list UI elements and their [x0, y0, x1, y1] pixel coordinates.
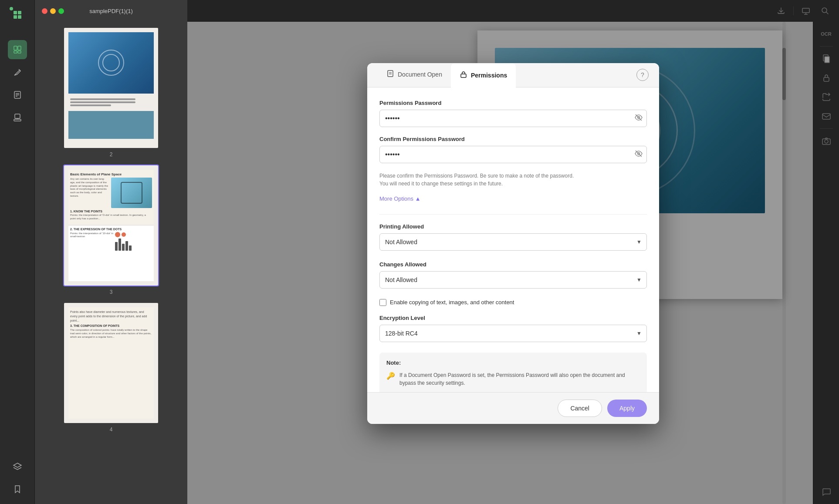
- cancel-button[interactable]: Cancel: [558, 400, 602, 417]
- encryption-level-wrapper: 128-bit RC4 128-bit AES 256-bit AES ▼: [379, 325, 647, 342]
- thumbnail-image-3[interactable]: Basic Elements of Plane Space Any set co…: [63, 165, 159, 286]
- enable-copying-row: Enable copying of text, images, and othe…: [379, 299, 647, 306]
- thumbnail-panel: samplePDF(1)(1) 2: [35, 0, 187, 504]
- printing-allowed-select[interactable]: Not Allowed Low Resolution High Resoluti…: [379, 233, 647, 251]
- svg-rect-31: [461, 74, 466, 77]
- printing-allowed-wrapper: Not Allowed Low Resolution High Resoluti…: [379, 233, 647, 251]
- sidebar-icon-thumbnails[interactable]: [8, 5, 27, 24]
- svg-rect-4: [14, 46, 17, 50]
- tab-document-open-label: Document Open: [398, 71, 442, 78]
- svg-rect-13: [14, 119, 21, 121]
- confirm-password-toggle-icon[interactable]: [635, 150, 643, 159]
- tab-document-open[interactable]: Document Open: [378, 63, 451, 87]
- help-icon: ?: [641, 71, 644, 78]
- sidebar-icon-pen[interactable]: [8, 63, 27, 82]
- note-title: Note:: [386, 360, 640, 366]
- main-content: nly has a position, hape, color, and ain…: [187, 0, 839, 504]
- thumbnail-number-2: 2: [110, 151, 113, 158]
- thumbnail-number-4: 4: [110, 427, 113, 433]
- changes-allowed-wrapper: Not Allowed Inserting, deleting, and rot…: [379, 271, 647, 289]
- enable-copying-label[interactable]: Enable copying of text, images, and othe…: [390, 299, 514, 306]
- changes-allowed-label: Changes Allowed: [379, 261, 647, 268]
- thumbnail-image-2[interactable]: [63, 27, 159, 149]
- dialog-header: Document Open Permissions ?: [367, 63, 659, 87]
- printing-allowed-label: Printing Allowed: [379, 223, 647, 230]
- password-toggle-icon[interactable]: [635, 114, 643, 123]
- thumbnail-item-3[interactable]: Basic Elements of Plane Space Any set co…: [40, 165, 182, 295]
- permissions-tab-icon: [460, 71, 467, 80]
- thumbnail-item-2[interactable]: 2: [40, 27, 182, 158]
- sidebar-icon-stamp[interactable]: [8, 108, 27, 127]
- confirm-password-label: Confirm Permissions Password: [379, 136, 647, 142]
- svg-rect-5: [18, 46, 21, 50]
- thumbnail-number-3: 3: [110, 289, 113, 295]
- document-open-tab-icon: [386, 70, 394, 79]
- svg-rect-1: [18, 11, 21, 14]
- thumbnail-titlebar: samplePDF(1)(1): [35, 0, 187, 22]
- svg-rect-6: [14, 51, 17, 53]
- key-icon: 🔑: [386, 372, 395, 380]
- thumbnails-list[interactable]: 2 Basic Elements of Plane Space Any set …: [35, 22, 187, 504]
- dialog-body: Permissions Password Confirm Permissions…: [367, 87, 659, 392]
- apply-button[interactable]: Apply: [607, 400, 647, 417]
- dialog-footer: Cancel Apply: [367, 392, 659, 424]
- sidebar-icon-bookmark[interactable]: [8, 480, 27, 499]
- svg-rect-7: [18, 51, 21, 53]
- svg-rect-0: [14, 11, 17, 14]
- svg-rect-3: [18, 15, 21, 19]
- note-section: Note: 🔑 If a Document Open Password is s…: [379, 353, 647, 392]
- svg-rect-28: [388, 71, 393, 77]
- hint-text: Please confirm the Permissions Password.…: [379, 172, 647, 188]
- changes-allowed-select[interactable]: Not Allowed Inserting, deleting, and rot…: [379, 271, 647, 289]
- lock-note-icon: 🔒: [386, 392, 395, 392]
- close-button[interactable]: [42, 8, 47, 14]
- dialog-overlay: Document Open Permissions ?: [187, 0, 839, 504]
- more-options-link[interactable]: More Options ▲: [379, 195, 421, 202]
- app-sidebar: [0, 0, 35, 504]
- window-title: samplePDF(1)(1): [89, 8, 133, 14]
- note-item-1: 🔑 If a Document Open Password is set, th…: [386, 371, 640, 387]
- note2-text: Security settings will not be applied to…: [399, 391, 640, 392]
- permissions-password-input[interactable]: [379, 110, 647, 127]
- traffic-lights: [42, 8, 64, 14]
- confirm-password-section: Confirm Permissions Password: [379, 136, 647, 163]
- permissions-password-field: [379, 110, 647, 127]
- confirm-password-field: [379, 146, 647, 163]
- sidebar-icon-notes[interactable]: [8, 85, 27, 104]
- section-divider-1: [379, 214, 647, 215]
- note1-text: If a Document Open Password is set, the …: [399, 371, 640, 387]
- svg-rect-12: [15, 114, 20, 118]
- svg-rect-2: [14, 15, 17, 19]
- tab-permissions-label: Permissions: [471, 72, 507, 79]
- tab-permissions[interactable]: Permissions: [451, 64, 516, 88]
- minimize-button[interactable]: [50, 8, 56, 14]
- sidebar-icon-active[interactable]: [8, 40, 27, 59]
- sidebar-icon-layers[interactable]: [8, 457, 27, 476]
- help-button[interactable]: ?: [636, 69, 649, 81]
- permissions-password-label: Permissions Password: [379, 100, 647, 106]
- note-item-2: 🔒 Security settings will not be applied …: [386, 391, 640, 392]
- enable-copying-checkbox[interactable]: [379, 299, 386, 306]
- encryption-level-label: Encryption Level: [379, 315, 647, 321]
- security-dialog: Document Open Permissions ?: [367, 63, 659, 424]
- encryption-level-select[interactable]: 128-bit RC4 128-bit AES 256-bit AES: [379, 325, 647, 342]
- thumbnail-image-4[interactable]: Points also have diameter and numerous t…: [63, 302, 159, 424]
- thumbnail-item-4[interactable]: Points also have diameter and numerous t…: [40, 302, 182, 433]
- maximize-button[interactable]: [58, 8, 64, 14]
- confirm-password-input[interactable]: [379, 146, 647, 163]
